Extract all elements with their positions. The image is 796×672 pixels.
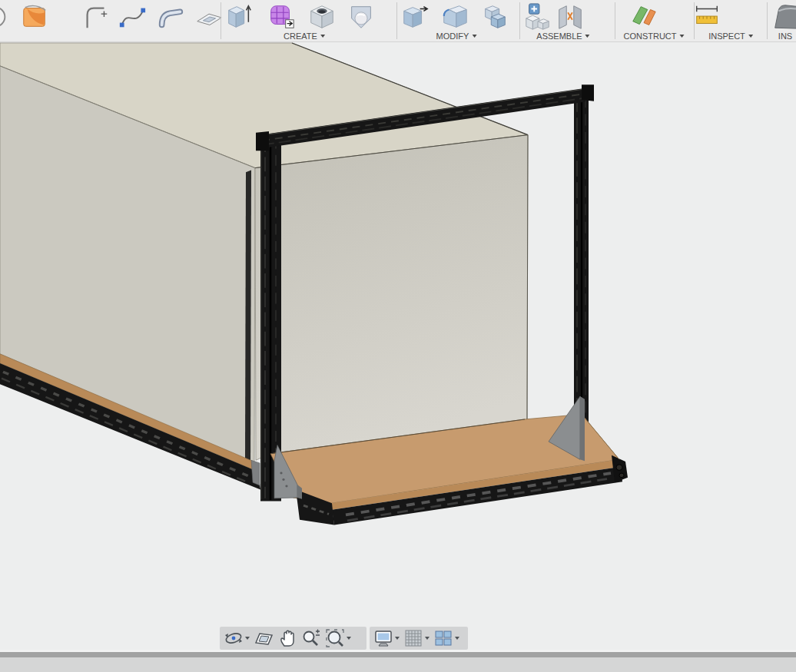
new-component-icon xyxy=(522,2,553,31)
dropdown-caret-icon xyxy=(347,637,351,640)
spline-icon xyxy=(117,2,148,31)
multiple-views-button[interactable] xyxy=(433,628,459,648)
form-icon xyxy=(266,2,297,31)
extrude-icon xyxy=(224,2,254,31)
modify-section-label: MODIFY xyxy=(436,31,469,41)
zoom-button[interactable] xyxy=(301,628,321,648)
circle-icon xyxy=(0,2,11,31)
pan-button[interactable] xyxy=(277,628,297,648)
hole-icon xyxy=(307,2,337,31)
toolbar-separator xyxy=(396,2,397,39)
layout-grid-icon xyxy=(403,628,423,648)
ribbon-toolbar: CREATE MODIFY xyxy=(0,0,796,42)
fillet-icon xyxy=(439,2,470,31)
project-tool-button[interactable] xyxy=(194,2,224,31)
navbar-view-group xyxy=(220,627,366,650)
hole-tool-button[interactable] xyxy=(307,2,337,31)
construct-section-label: CONSTRUCT xyxy=(623,31,676,41)
construct-plane-tool-button[interactable] xyxy=(629,2,659,31)
inspect-section-label: INSPECT xyxy=(708,31,745,41)
zoom-window-icon xyxy=(325,628,345,648)
pan-icon xyxy=(277,628,297,648)
joint-icon xyxy=(555,2,585,31)
slot-icon xyxy=(155,2,186,31)
thread-tool-button[interactable] xyxy=(346,2,376,31)
toolbar-separator xyxy=(221,2,221,39)
extrude-tool-button[interactable] xyxy=(224,2,254,31)
create-section-dropdown[interactable]: CREATE xyxy=(284,31,325,41)
zoom-window-button[interactable] xyxy=(325,628,351,648)
construct-plane-icon xyxy=(629,2,659,31)
patch-icon xyxy=(19,2,50,31)
project-icon xyxy=(194,2,224,31)
insert-section-dropdown[interactable]: INS xyxy=(778,31,792,41)
measure-tool-button[interactable] xyxy=(692,2,722,31)
insert-icon xyxy=(770,2,796,31)
dropdown-caret-icon xyxy=(748,35,753,38)
multiple-views-icon xyxy=(433,628,453,648)
combine-tool-button[interactable] xyxy=(479,2,510,31)
assemble-section-label: ASSEMBLE xyxy=(536,31,582,41)
slot-tool-button[interactable] xyxy=(155,2,186,31)
measure-icon xyxy=(692,2,722,31)
viewport-3d-canvas[interactable] xyxy=(0,42,796,651)
joint-tool-button[interactable] xyxy=(555,2,585,31)
fillet-sketch-icon xyxy=(81,2,111,31)
zoom-icon xyxy=(301,628,321,648)
dropdown-caret-icon xyxy=(320,35,325,38)
display-settings-icon xyxy=(373,628,393,648)
form-tool-button[interactable] xyxy=(266,2,297,31)
display-settings-button[interactable] xyxy=(373,628,400,648)
look-at-icon xyxy=(254,628,274,648)
modify-section-dropdown[interactable]: MODIFY xyxy=(436,31,477,41)
create-section-label: CREATE xyxy=(284,31,317,41)
dropdown-caret-icon xyxy=(395,637,400,640)
inspect-section-dropdown[interactable]: INSPECT xyxy=(708,31,753,41)
fillet-tool-button[interactable] xyxy=(439,2,470,31)
construct-section-dropdown[interactable]: CONSTRUCT xyxy=(623,31,684,41)
sketch-fillet-tool-button[interactable] xyxy=(81,2,111,31)
toolbar-separator xyxy=(615,2,615,39)
dropdown-caret-icon xyxy=(472,35,476,38)
dropdown-caret-icon xyxy=(455,637,459,640)
insert-tool-button[interactable] xyxy=(770,2,796,31)
navbar-display-group xyxy=(370,627,468,650)
toolbar-separator xyxy=(767,2,768,39)
bottom-divider-strip[interactable] xyxy=(0,652,796,657)
sketch-circle-tool-button[interactable] xyxy=(0,2,11,31)
patch-tool-button[interactable] xyxy=(19,2,50,31)
combine-icon xyxy=(479,2,510,31)
press-pull-tool-button[interactable] xyxy=(400,2,430,31)
orbit-icon xyxy=(224,628,244,648)
status-bar-area xyxy=(0,657,796,672)
dropdown-caret-icon xyxy=(425,637,430,640)
dropdown-caret-icon xyxy=(585,35,590,38)
assemble-section-dropdown[interactable]: ASSEMBLE xyxy=(536,31,589,41)
dropdown-caret-icon xyxy=(680,35,685,38)
new-component-tool-button[interactable] xyxy=(522,2,553,31)
orbit-button[interactable] xyxy=(224,628,250,648)
thread-icon xyxy=(346,2,376,31)
insert-section-label: INS xyxy=(778,31,792,41)
press-pull-icon xyxy=(400,2,430,31)
dropdown-caret-icon xyxy=(245,637,250,640)
layout-grid-button[interactable] xyxy=(403,628,430,648)
look-at-button[interactable] xyxy=(254,628,274,648)
spline-tool-button[interactable] xyxy=(117,2,148,31)
toolbar-separator xyxy=(519,2,520,39)
